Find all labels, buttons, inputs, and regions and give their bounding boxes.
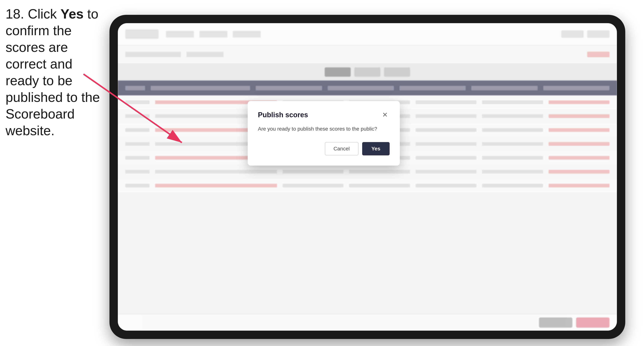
yes-button[interactable]: Yes [362,142,390,156]
app-background [118,23,617,331]
dialog-close-button[interactable]: ✕ [380,110,390,120]
instruction-text-plain: Click [24,6,60,21]
instruction-text-rest: to confirm the scores are correct and re… [6,6,100,138]
instruction-bold-yes: Yes [60,6,84,21]
publish-scores-dialog: Publish scores ✕ Are you ready to publis… [248,101,400,166]
dialog-title: Publish scores [258,111,308,119]
dialog-header: Publish scores ✕ [258,110,390,120]
instruction-block: 18. Click Yes to confirm the scores are … [6,5,104,139]
dialog-body-text: Are you ready to publish these scores to… [258,125,390,133]
tablet-device: Publish scores ✕ Are you ready to publis… [110,15,625,339]
dialog-actions: Cancel Yes [258,142,390,156]
step-number: 18. [6,6,24,21]
tablet-screen: Publish scores ✕ Are you ready to publis… [118,23,617,331]
cancel-button[interactable]: Cancel [325,142,358,156]
